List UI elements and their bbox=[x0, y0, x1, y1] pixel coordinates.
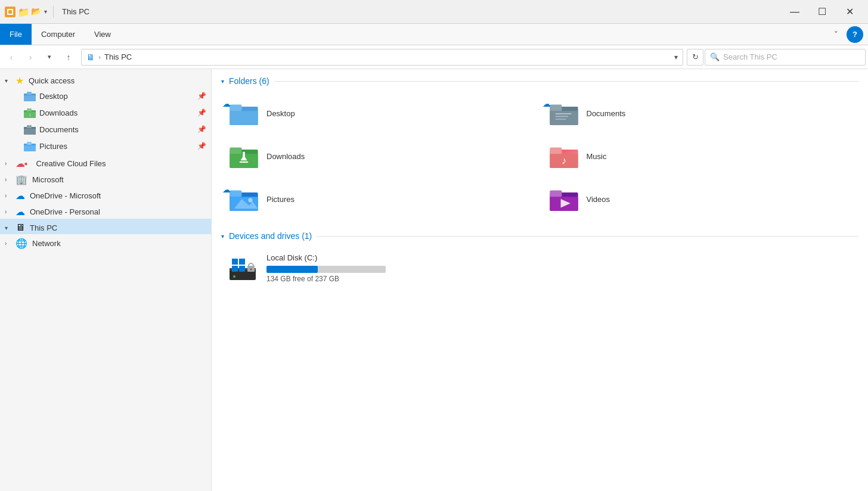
quick-access-label: Quick access bbox=[29, 76, 75, 85]
svg-rect-14 bbox=[230, 111, 258, 125]
sidebar-item-pictures[interactable]: Pictures 📌 bbox=[0, 138, 211, 154]
onedrive-personal-label: OneDrive - Personal bbox=[30, 207, 100, 216]
main-layout: ▾ ★ Quick access Desktop 📌 bbox=[0, 69, 868, 491]
tab-view[interactable]: View bbox=[85, 24, 120, 45]
title-controls: — ☐ ✕ bbox=[781, 0, 863, 24]
quick-access-dropdown[interactable]: ▾ bbox=[44, 8, 47, 15]
svg-rect-12 bbox=[27, 142, 32, 145]
sidebar-section-onedrive-personal[interactable]: › ☁ OneDrive - Personal bbox=[0, 203, 211, 219]
svg-rect-21 bbox=[555, 119, 566, 120]
svg-rect-5 bbox=[27, 108, 32, 111]
folder-item-music[interactable]: ♪ Music bbox=[541, 136, 859, 176]
forward-button[interactable]: › bbox=[21, 48, 39, 66]
address-bar[interactable]: 🖥 › This PC ▾ bbox=[81, 49, 683, 66]
downloads-folder-svg bbox=[230, 144, 258, 168]
creative-cloud-chevron: › bbox=[5, 160, 13, 167]
pictures-folder-icon-wrap: ☁ bbox=[228, 184, 259, 215]
folder-item-pictures[interactable]: ☁ Pictures bbox=[221, 179, 539, 219]
title-bar: 📁 📂 ▾ This PC — ☐ ✕ bbox=[0, 0, 868, 24]
desktop-label: Desktop bbox=[39, 92, 194, 101]
content-area: ▾ Folders (6) ☁ Desktop bbox=[212, 69, 868, 491]
drive-bar-background bbox=[266, 266, 386, 273]
pictures-folder-icon bbox=[24, 140, 36, 152]
close-button[interactable]: ✕ bbox=[836, 0, 863, 24]
documents-folder-icon bbox=[24, 123, 36, 135]
pictures-folder-name: Pictures bbox=[266, 195, 294, 204]
music-folder-icon-wrap: ♪ bbox=[548, 141, 579, 172]
svg-text:↓: ↓ bbox=[29, 112, 31, 117]
documents-label: Documents bbox=[39, 125, 194, 134]
svg-point-47 bbox=[233, 275, 235, 278]
sidebar-section-this-pc[interactable]: ▾ 🖥 This PC bbox=[0, 219, 211, 234]
svg-point-50 bbox=[250, 269, 252, 271]
onedrive-personal-icon: ☁ bbox=[16, 206, 25, 217]
drives-section-header[interactable]: ▾ Devices and drives (1) bbox=[221, 231, 858, 241]
svg-rect-8 bbox=[24, 129, 36, 135]
music-folder-svg: ♪ bbox=[550, 144, 578, 168]
tab-file[interactable]: File bbox=[0, 24, 32, 45]
svg-rect-30 bbox=[550, 147, 562, 154]
sidebar-section-creative-cloud[interactable]: › ☁ ● Creative Cloud Files bbox=[0, 154, 211, 170]
network-icon: 🌐 bbox=[16, 238, 27, 249]
network-label: Network bbox=[32, 239, 61, 248]
help-button[interactable]: ? bbox=[847, 26, 863, 43]
creative-cloud-icon: ☁ ● bbox=[16, 158, 32, 169]
folders-grid: ☁ Desktop ☁ bbox=[221, 93, 858, 219]
folder-icon-toolbar[interactable]: 📁 bbox=[18, 7, 29, 17]
window-title: This PC bbox=[62, 7, 89, 16]
sidebar-item-documents[interactable]: Documents 📌 bbox=[0, 121, 211, 138]
refresh-button[interactable]: ↻ bbox=[687, 49, 703, 66]
sidebar-item-downloads[interactable]: ↓ Downloads 📌 bbox=[0, 104, 211, 121]
minimize-button[interactable]: — bbox=[781, 0, 808, 24]
svg-rect-20 bbox=[555, 116, 568, 117]
drive-item-c[interactable]: Local Disk (C:) 134 GB free of 237 GB bbox=[221, 248, 424, 288]
onedrive-personal-chevron: › bbox=[5, 209, 13, 215]
maximize-button[interactable]: ☐ bbox=[808, 0, 836, 24]
documents-folder-name: Documents bbox=[587, 109, 626, 118]
new-folder-icon[interactable]: 📂 bbox=[31, 7, 42, 17]
folders-section-header[interactable]: ▾ Folders (6) bbox=[221, 76, 858, 86]
drive-info: Local Disk (C:) 134 GB free of 237 GB bbox=[266, 253, 417, 283]
svg-rect-24 bbox=[230, 147, 241, 154]
pictures-cloud-icon: ☁ bbox=[222, 185, 231, 194]
drives-chevron: ▾ bbox=[221, 233, 224, 240]
tab-computer[interactable]: Computer bbox=[32, 24, 85, 45]
svg-rect-39 bbox=[550, 190, 562, 197]
desktop-pin: 📌 bbox=[197, 92, 206, 100]
drive-icon-svg bbox=[228, 254, 259, 282]
documents-cloud-icon: ☁ bbox=[542, 99, 551, 108]
videos-folder-svg bbox=[550, 187, 578, 211]
svg-rect-11 bbox=[24, 145, 36, 151]
sidebar-section-onedrive-microsoft[interactable]: › ☁ OneDrive - Microsoft bbox=[0, 187, 211, 203]
back-button[interactable]: ‹ bbox=[2, 48, 20, 66]
svg-rect-9 bbox=[27, 125, 32, 128]
folder-item-videos[interactable]: Videos bbox=[541, 179, 859, 219]
svg-rect-43 bbox=[232, 259, 238, 265]
creative-cloud-label: Creative Cloud Files bbox=[36, 159, 106, 168]
videos-folder-icon-wrap bbox=[548, 184, 579, 215]
documents-folder-svg bbox=[550, 101, 578, 125]
folder-item-downloads[interactable]: Downloads bbox=[221, 136, 539, 176]
ribbon: File Computer View ˅ ? bbox=[0, 24, 868, 45]
folder-item-documents[interactable]: ☁ Documents bbox=[541, 93, 859, 133]
folder-item-desktop[interactable]: ☁ Desktop bbox=[221, 93, 539, 133]
ribbon-collapse-button[interactable]: ˅ bbox=[827, 26, 844, 43]
svg-rect-2 bbox=[27, 92, 32, 95]
drive-bar-fill bbox=[266, 266, 318, 273]
sidebar-section-quick-access[interactable]: ▾ ★ Quick access bbox=[0, 72, 211, 88]
quick-access-star-icon: ★ bbox=[16, 75, 24, 86]
svg-rect-15 bbox=[230, 104, 241, 111]
svg-rect-18 bbox=[550, 104, 562, 111]
up-button[interactable]: ↑ bbox=[60, 48, 78, 66]
sidebar-section-network[interactable]: › 🌐 Network bbox=[0, 234, 211, 250]
address-bar-dropdown[interactable]: ▾ bbox=[674, 53, 678, 61]
address-bar-path: This PC bbox=[104, 52, 132, 61]
desktop-folder-name: Desktop bbox=[266, 109, 295, 118]
search-bar[interactable]: 🔍 Search This PC bbox=[705, 49, 866, 66]
sidebar-item-desktop[interactable]: Desktop 📌 bbox=[0, 88, 211, 104]
sidebar-section-microsoft[interactable]: › 🏢 Microsoft bbox=[0, 170, 211, 187]
microsoft-icon: 🏢 bbox=[16, 174, 27, 185]
recent-locations-button[interactable]: ▾ bbox=[41, 48, 58, 66]
onedrive-microsoft-label: OneDrive - Microsoft bbox=[30, 191, 101, 200]
drive-icon-wrap bbox=[228, 253, 259, 284]
